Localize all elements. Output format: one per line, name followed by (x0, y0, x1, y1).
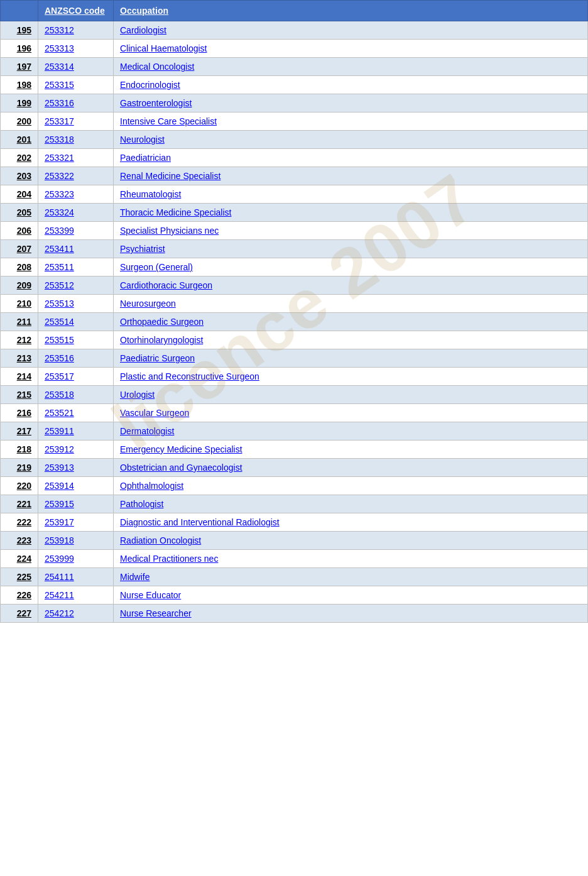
row-number: 205 (1, 204, 38, 222)
row-code[interactable]: 253514 (38, 313, 114, 331)
row-code[interactable]: 253512 (38, 276, 114, 295)
row-occupation[interactable]: Orthopaedic Surgeon (114, 313, 588, 331)
row-code[interactable]: 254212 (38, 605, 114, 623)
row-number: 206 (1, 222, 38, 240)
table-row: 221253915Pathologist (1, 495, 588, 513)
row-occupation[interactable]: Urologist (114, 386, 588, 404)
row-code[interactable]: 253323 (38, 185, 114, 204)
table-row: 226254211Nurse Educator (1, 586, 588, 605)
table-row: 205253324Thoracic Medicine Specialist (1, 204, 588, 222)
row-occupation[interactable]: Emergency Medicine Specialist (114, 441, 588, 459)
row-occupation[interactable]: Vascular Surgeon (114, 404, 588, 422)
table-row: 202253321Paediatrician (1, 149, 588, 167)
table-row: 224253999Medical Practitioners nec (1, 550, 588, 568)
row-number: 220 (1, 477, 38, 495)
row-number: 199 (1, 94, 38, 112)
row-code[interactable]: 254211 (38, 586, 114, 605)
row-number: 198 (1, 76, 38, 94)
row-occupation[interactable]: Diagnostic and Interventional Radiologis… (114, 513, 588, 532)
row-number: 225 (1, 568, 38, 586)
row-occupation[interactable]: Nurse Researcher (114, 605, 588, 623)
row-number: 218 (1, 441, 38, 459)
table-row: 216253521Vascular Surgeon (1, 404, 588, 422)
row-occupation[interactable]: Cardiologist (114, 21, 588, 40)
table-row: 217253911Dermatologist (1, 422, 588, 441)
row-number: 196 (1, 40, 38, 58)
table-row: 203253322Renal Medicine Specialist (1, 167, 588, 185)
row-occupation[interactable]: Nurse Educator (114, 586, 588, 605)
row-code[interactable]: 253513 (38, 295, 114, 313)
row-occupation[interactable]: Paediatrician (114, 149, 588, 167)
table-row: 200253317Intensive Care Specialist (1, 112, 588, 131)
table-row: 220253914Ophthalmologist (1, 477, 588, 495)
row-code[interactable]: 253518 (38, 386, 114, 404)
row-occupation[interactable]: Surgeon (General) (114, 258, 588, 276)
row-number: 203 (1, 167, 38, 185)
row-occupation[interactable]: Specialist Physicians nec (114, 222, 588, 240)
row-number: 212 (1, 331, 38, 349)
row-code[interactable]: 253914 (38, 477, 114, 495)
row-code[interactable]: 253912 (38, 441, 114, 459)
row-number: 204 (1, 185, 38, 204)
row-occupation[interactable]: Clinical Haematologist (114, 40, 588, 58)
row-occupation[interactable]: Thoracic Medicine Specialist (114, 204, 588, 222)
row-code[interactable]: 253318 (38, 131, 114, 149)
row-code[interactable]: 253314 (38, 58, 114, 76)
row-code[interactable]: 253411 (38, 240, 114, 258)
row-occupation[interactable]: Ophthalmologist (114, 477, 588, 495)
table-header-row: ANZSCO code Occupation (1, 1, 588, 21)
table-row: 215253518Urologist (1, 386, 588, 404)
row-code[interactable]: 253312 (38, 21, 114, 40)
row-code[interactable]: 254111 (38, 568, 114, 586)
row-code[interactable]: 253324 (38, 204, 114, 222)
row-occupation[interactable]: Cardiothoracic Surgeon (114, 276, 588, 295)
row-occupation[interactable]: Neurologist (114, 131, 588, 149)
row-occupation[interactable]: Intensive Care Specialist (114, 112, 588, 131)
row-number: 202 (1, 149, 38, 167)
row-occupation[interactable]: Rheumatologist (114, 185, 588, 204)
row-code[interactable]: 253317 (38, 112, 114, 131)
row-occupation[interactable]: Plastic and Reconstructive Surgeon (114, 368, 588, 386)
row-code[interactable]: 253917 (38, 513, 114, 532)
row-code[interactable]: 253322 (38, 167, 114, 185)
row-code[interactable]: 253515 (38, 331, 114, 349)
row-code[interactable]: 253516 (38, 349, 114, 368)
row-code[interactable]: 253999 (38, 550, 114, 568)
row-number: 217 (1, 422, 38, 441)
row-occupation[interactable]: Medical Practitioners nec (114, 550, 588, 568)
row-code[interactable]: 253315 (38, 76, 114, 94)
row-occupation[interactable]: Neurosurgeon (114, 295, 588, 313)
table-row: 211253514Orthopaedic Surgeon (1, 313, 588, 331)
row-occupation[interactable]: Paediatric Surgeon (114, 349, 588, 368)
row-occupation[interactable]: Medical Oncologist (114, 58, 588, 76)
row-occupation[interactable]: Gastroenterologist (114, 94, 588, 112)
table-row: 212253515Otorhinolaryngologist (1, 331, 588, 349)
row-occupation[interactable]: Otorhinolaryngologist (114, 331, 588, 349)
row-occupation[interactable]: Renal Medicine Specialist (114, 167, 588, 185)
row-code[interactable]: 253918 (38, 532, 114, 550)
row-code[interactable]: 253399 (38, 222, 114, 240)
row-code[interactable]: 253511 (38, 258, 114, 276)
row-number: 207 (1, 240, 38, 258)
row-occupation[interactable]: Psychiatrist (114, 240, 588, 258)
table-row: 204253323Rheumatologist (1, 185, 588, 204)
row-occupation[interactable]: Endocrinologist (114, 76, 588, 94)
row-code[interactable]: 253913 (38, 459, 114, 477)
row-code[interactable]: 253321 (38, 149, 114, 167)
row-code[interactable]: 253316 (38, 94, 114, 112)
table-row: 195253312Cardiologist (1, 21, 588, 40)
table-row: 209253512Cardiothoracic Surgeon (1, 276, 588, 295)
row-code[interactable]: 253911 (38, 422, 114, 441)
row-occupation[interactable]: Radiation Oncologist (114, 532, 588, 550)
row-code[interactable]: 253915 (38, 495, 114, 513)
row-occupation[interactable]: Midwife (114, 568, 588, 586)
row-code[interactable]: 253517 (38, 368, 114, 386)
main-table-container: licence 2007 ANZSCO code Occupation 1952… (0, 0, 588, 623)
row-code[interactable]: 253521 (38, 404, 114, 422)
row-code[interactable]: 253313 (38, 40, 114, 58)
row-occupation[interactable]: Obstetrician and Gynaecologist (114, 459, 588, 477)
row-occupation[interactable]: Dermatologist (114, 422, 588, 441)
table-row: 198253315Endocrinologist (1, 76, 588, 94)
row-occupation[interactable]: Pathologist (114, 495, 588, 513)
row-number: 200 (1, 112, 38, 131)
